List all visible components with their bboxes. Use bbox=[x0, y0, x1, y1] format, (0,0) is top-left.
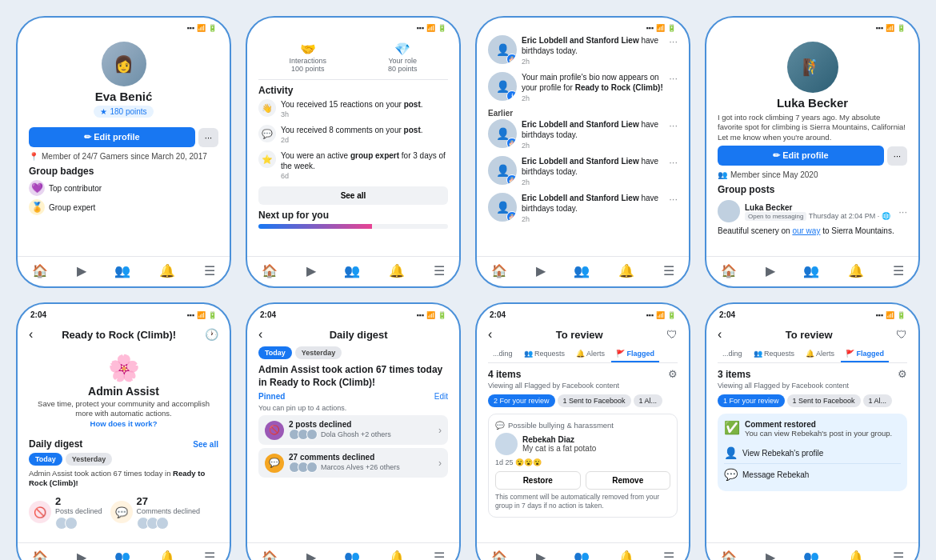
view-profile-action[interactable]: 👤 View Rebekah's profile bbox=[724, 442, 901, 464]
gear-icon-7[interactable]: ⚙ bbox=[668, 368, 678, 380]
notif-more-1[interactable]: ··· bbox=[669, 35, 678, 47]
message-icon: 💬 bbox=[724, 468, 738, 481]
nav-groups-4[interactable]: 👥 bbox=[803, 263, 819, 278]
filter-chip-review[interactable]: 2 For your review bbox=[488, 394, 555, 407]
nav-bell-5[interactable]: 🔔 bbox=[159, 550, 175, 560]
nav-bell-2[interactable]: 🔔 bbox=[389, 263, 405, 278]
notif-avatar-2: 👤 🎂 bbox=[488, 119, 517, 148]
filter-chip-facebook[interactable]: 1 Sent to Facebook bbox=[558, 394, 631, 407]
tab-yesterday-5[interactable]: Yesterday bbox=[66, 453, 113, 466]
back-button-6[interactable]: ‹ bbox=[258, 327, 262, 342]
activity-icon-3: ⭐ bbox=[258, 150, 276, 168]
nav-home-7[interactable]: 🏠 bbox=[491, 550, 507, 560]
notif-more-bio[interactable]: ··· bbox=[669, 72, 678, 84]
see-all-link-5[interactable]: See all bbox=[193, 440, 218, 449]
nav-home-3[interactable]: 🏠 bbox=[491, 263, 507, 278]
message-action[interactable]: 💬 Message Rebekah bbox=[724, 464, 901, 485]
review-user-row-7: Rebekah Diaz My cat is a fat potato bbox=[495, 433, 670, 455]
filter-chip-al[interactable]: 1 Al... bbox=[634, 394, 663, 407]
see-all-button[interactable]: See all bbox=[258, 186, 448, 205]
digest-tabs-6: Today Yesterday bbox=[258, 346, 448, 359]
nav-video-6[interactable]: ▶ bbox=[306, 550, 316, 560]
nav-bell-3[interactable]: 🔔 bbox=[618, 263, 634, 278]
notif-time-3: 2h bbox=[522, 178, 530, 186]
nav-menu-8[interactable]: ☰ bbox=[893, 550, 904, 560]
admin-flower-icon: 🌸 bbox=[29, 353, 218, 383]
view-profile-label: View Rebekah's profile bbox=[742, 449, 823, 458]
notif-time-1: 2h bbox=[522, 58, 530, 66]
nav-video-3[interactable]: ▶ bbox=[536, 263, 546, 278]
nav-bell-6[interactable]: 🔔 bbox=[389, 550, 405, 560]
notif-avatar-3: 👤 🎂 bbox=[488, 156, 517, 185]
nav-video-5[interactable]: ▶ bbox=[77, 550, 86, 560]
nav-groups-8[interactable]: 👥 bbox=[803, 550, 819, 560]
nav-bell-7[interactable]: 🔔 bbox=[618, 550, 634, 560]
nav-bell[interactable]: 🔔 bbox=[159, 263, 175, 278]
back-button-7[interactable]: ‹ bbox=[488, 327, 492, 342]
nav-home[interactable]: 🏠 bbox=[32, 263, 48, 278]
nav-bell-8[interactable]: 🔔 bbox=[848, 550, 864, 560]
review-tab-alerts-8[interactable]: 🔔 Alerts bbox=[801, 346, 839, 362]
nav-groups-6[interactable]: 👥 bbox=[344, 550, 360, 560]
review-tab-flagged[interactable]: 🚩 Flagged bbox=[611, 346, 659, 362]
tab-today-5[interactable]: Today bbox=[29, 453, 62, 466]
nav-video-8[interactable]: ▶ bbox=[766, 550, 775, 560]
review-tab-requests-8[interactable]: 👥 Requests bbox=[749, 346, 800, 362]
filter-chip-al-8[interactable]: 1 Al... bbox=[863, 394, 893, 407]
nav-groups-3[interactable]: 👥 bbox=[574, 263, 590, 278]
nav-home-2[interactable]: 🏠 bbox=[262, 263, 278, 278]
post-link[interactable]: our way bbox=[792, 226, 820, 235]
how-link[interactable]: How does it work? bbox=[90, 419, 158, 428]
nav-video-4[interactable]: ▶ bbox=[766, 263, 775, 278]
gear-icon-8[interactable]: ⚙ bbox=[898, 368, 907, 380]
remove-button[interactable]: Remove bbox=[586, 471, 671, 490]
group-expert-label: Group expert bbox=[49, 203, 95, 212]
filter-chip-facebook-8[interactable]: 1 Sent to Facebook bbox=[787, 394, 861, 407]
admin-assist-title: Admin Assist bbox=[29, 385, 218, 398]
nav-home-5[interactable]: 🏠 bbox=[32, 550, 48, 560]
post-more-button[interactable]: ··· bbox=[898, 206, 907, 218]
nav-menu-3[interactable]: ☰ bbox=[663, 263, 674, 278]
notif-more-4[interactable]: ··· bbox=[669, 193, 678, 205]
nav-groups[interactable]: 👥 bbox=[114, 263, 130, 278]
nav-menu-7[interactable]: ☰ bbox=[663, 550, 674, 560]
nav-menu[interactable]: ☰ bbox=[204, 263, 215, 278]
review-tab-alerts[interactable]: 🔔 Alerts bbox=[571, 346, 610, 362]
nav-video-2[interactable]: ▶ bbox=[306, 263, 316, 278]
tab-today-6[interactable]: Today bbox=[258, 346, 292, 359]
nav-groups-7[interactable]: 👥 bbox=[574, 550, 590, 560]
luka-edit-button[interactable]: ✏ Edit profile bbox=[718, 146, 884, 166]
review-tab-flagged-8[interactable]: 🚩 Flagged bbox=[841, 346, 889, 362]
restore-button[interactable]: Restore bbox=[495, 471, 581, 490]
nav-menu-5[interactable]: ☰ bbox=[204, 550, 215, 560]
phone1-content: 👩 Eva Benić ★ 180 points ✏ Edit profile … bbox=[18, 35, 230, 256]
nav-home-6[interactable]: 🏠 bbox=[262, 550, 278, 560]
luka-more-button[interactable]: ··· bbox=[887, 146, 907, 166]
tab-yesterday-6[interactable]: Yesterday bbox=[295, 346, 342, 359]
more-options-button[interactable]: ··· bbox=[198, 128, 218, 147]
nav-menu-6[interactable]: ☰ bbox=[434, 550, 445, 560]
profile-points: ★ 180 points bbox=[94, 106, 153, 118]
nav-home-4[interactable]: 🏠 bbox=[721, 263, 737, 278]
nav-menu-2[interactable]: ☰ bbox=[434, 263, 445, 278]
notif-more-2[interactable]: ··· bbox=[669, 119, 678, 131]
nav-video[interactable]: ▶ bbox=[77, 263, 86, 278]
nav-groups-2[interactable]: 👥 bbox=[344, 263, 360, 278]
nav-video-7[interactable]: ▶ bbox=[536, 550, 546, 560]
comments-declined-label: Comments declined bbox=[137, 507, 201, 515]
review-tab-partial[interactable]: ...ding bbox=[488, 346, 518, 362]
nav-groups-5[interactable]: 👥 bbox=[114, 550, 130, 560]
nav-bell-4[interactable]: 🔔 bbox=[848, 263, 864, 278]
nav-home-8[interactable]: 🏠 bbox=[721, 550, 737, 560]
back-button-5[interactable]: ‹ bbox=[29, 327, 33, 342]
review-note-7: This comment will be automatically remov… bbox=[495, 493, 670, 510]
filter-chip-review-8[interactable]: 1 For your review bbox=[718, 394, 785, 407]
edit-link[interactable]: Edit bbox=[434, 392, 448, 401]
daily-digest-title: Daily digest bbox=[29, 438, 82, 450]
back-button-8[interactable]: ‹ bbox=[718, 327, 722, 342]
review-tab-partial-8[interactable]: ...ding bbox=[718, 346, 747, 362]
nav-menu-4[interactable]: ☰ bbox=[893, 263, 904, 278]
notif-more-3[interactable]: ··· bbox=[669, 156, 678, 168]
review-tab-requests[interactable]: 👥 Requests bbox=[519, 346, 570, 362]
edit-profile-button[interactable]: ✏ Edit profile bbox=[29, 127, 195, 147]
